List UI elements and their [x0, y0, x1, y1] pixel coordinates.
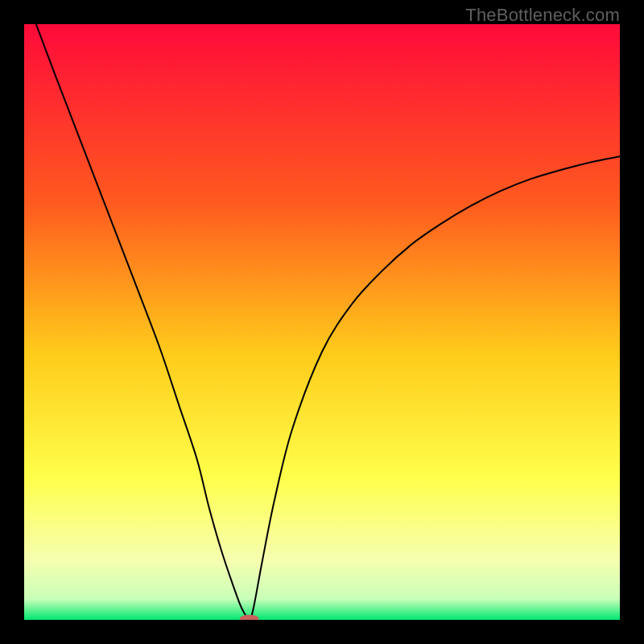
chart-frame [24, 24, 620, 620]
watermark-text: TheBottleneck.com [465, 5, 620, 26]
chart-background [24, 24, 620, 620]
bottleneck-chart [24, 24, 620, 620]
